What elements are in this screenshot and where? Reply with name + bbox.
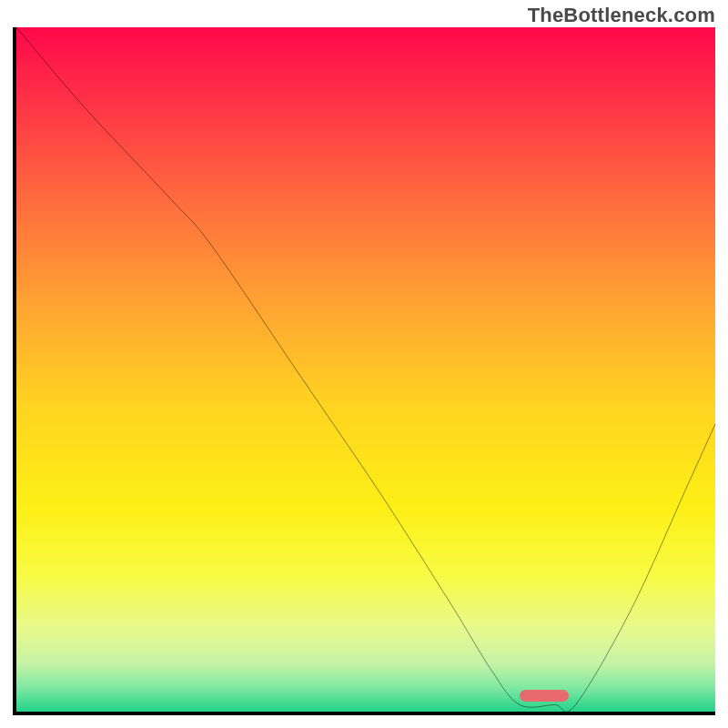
optimal-range-marker — [520, 690, 569, 702]
plot-inner — [16, 27, 715, 712]
plot-area — [13, 27, 715, 715]
chart-container: TheBottleneck.com — [0, 0, 728, 728]
heat-gradient-background — [16, 27, 715, 712]
watermark-text: TheBottleneck.com — [528, 4, 715, 27]
